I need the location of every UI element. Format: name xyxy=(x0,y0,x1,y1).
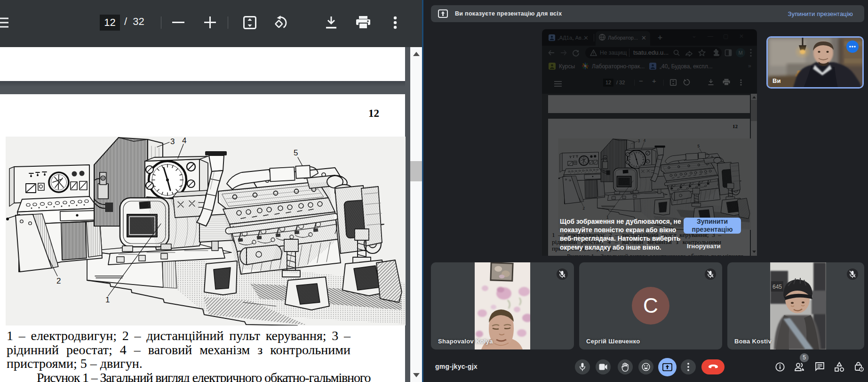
svg-text:3: 3 xyxy=(170,137,175,146)
svg-text:4: 4 xyxy=(182,137,186,145)
svg-text:1: 1 xyxy=(105,295,110,304)
svg-text:5: 5 xyxy=(294,148,298,157)
svg-text:2: 2 xyxy=(56,276,61,285)
svg-text:645: 645 xyxy=(772,284,782,290)
